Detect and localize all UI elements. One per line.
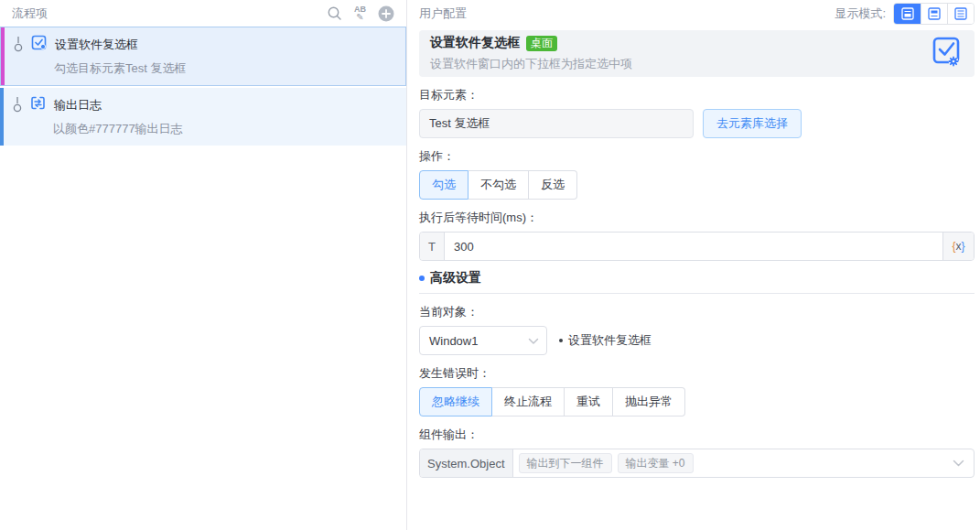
component-output-select[interactable]: System.Object 输出到下一组件 输出变量 +0 xyxy=(419,449,975,478)
component-output-label: 组件输出： xyxy=(419,427,975,443)
log-output-icon xyxy=(30,95,46,114)
current-object-value: Window1 xyxy=(429,334,528,348)
batch-rename-icon[interactable]: AB ✎ xyxy=(354,5,366,21)
flow-sidebar: 流程项 AB ✎ xyxy=(0,0,407,530)
flow-item-output-log[interactable]: 输出日志 以颜色#777777输出日志 xyxy=(0,88,406,146)
advanced-settings-toggle[interactable]: 高级设置 xyxy=(419,270,975,287)
advanced-divider xyxy=(419,293,975,294)
flow-item-title: 设置软件复选框 xyxy=(55,37,138,53)
flow-sidebar-header: 流程项 AB ✎ xyxy=(0,0,406,27)
chevron-down-icon xyxy=(953,460,964,468)
current-object-hint: 设置软件复选框 xyxy=(559,332,652,349)
flow-item-color-bar xyxy=(0,88,4,146)
flow-item-color-bar xyxy=(1,27,5,85)
checkbox-gear-icon xyxy=(930,35,963,73)
advanced-dot-icon xyxy=(419,276,425,281)
node-handle-icon[interactable] xyxy=(13,97,22,119)
current-object-label: 当前对象： xyxy=(419,304,975,320)
display-mode-list-button[interactable] xyxy=(947,4,974,24)
flow-item-subtitle: 勾选目标元素Test 复选框 xyxy=(54,60,186,77)
flow-item-subtitle: 以颜色#777777输出日志 xyxy=(53,121,183,137)
display-mode-medium-button[interactable] xyxy=(921,4,947,24)
wait-time-input[interactable]: 300 xyxy=(445,233,942,260)
flow-sidebar-actions: AB ✎ xyxy=(327,5,394,22)
rpa-editor-window: 流程项 AB ✎ xyxy=(0,0,980,530)
node-handle-icon[interactable] xyxy=(14,37,23,59)
flow-list-title: 流程项 xyxy=(12,5,327,22)
flow-item-body: 设置软件复选框 勾选目标元素Test 复选框 xyxy=(31,35,186,77)
add-node-button[interactable] xyxy=(378,5,394,22)
current-object-select[interactable]: Window1 xyxy=(419,326,547,355)
component-description: 设置软件窗口内的下拉框为指定选中项 xyxy=(430,56,930,72)
display-mode-group xyxy=(893,3,975,25)
flow-item-set-checkbox[interactable]: 设置软件复选框 勾选目标元素Test 复选框 xyxy=(0,27,406,86)
error-option-retry[interactable]: 重试 xyxy=(565,387,613,416)
action-segmented-control: 勾选 不勾选 反选 xyxy=(419,170,577,200)
wait-time-input-group: T 300 {x} xyxy=(419,232,975,261)
user-config-panel: 用户配置 显示模式: 设置软件复选框 桌面 设置 xyxy=(407,0,980,530)
target-element-label: 目标元素： xyxy=(419,87,975,103)
error-option-terminate[interactable]: 终止流程 xyxy=(492,387,565,416)
display-mode-detail-button[interactable] xyxy=(894,4,921,24)
error-option-ignore[interactable]: 忽略继续 xyxy=(419,387,492,416)
user-config-title: 用户配置 xyxy=(419,5,835,22)
user-config-header: 用户配置 显示模式: xyxy=(419,0,975,27)
flow-item-title: 输出日志 xyxy=(54,97,102,114)
action-option-check[interactable]: 勾选 xyxy=(419,170,468,200)
search-icon[interactable] xyxy=(327,5,342,21)
target-element-input[interactable]: Test 复选框 xyxy=(419,109,694,138)
component-info-box: 设置软件复选框 桌面 设置软件窗口内的下拉框为指定选中项 xyxy=(419,30,975,77)
on-error-label: 发生错误时： xyxy=(419,365,975,382)
action-option-toggle[interactable]: 反选 xyxy=(529,170,577,200)
fx-close: } xyxy=(962,240,965,253)
chevron-down-icon xyxy=(528,334,539,348)
error-segmented-control: 忽略继续 终止流程 重试 抛出异常 xyxy=(419,387,685,416)
desktop-badge: 桌面 xyxy=(526,36,557,51)
flow-item-body: 输出日志 以颜色#777777输出日志 xyxy=(30,95,183,137)
output-tag-variables: 输出变量 +0 xyxy=(618,453,694,473)
rename-icon-pencil: ✎ xyxy=(356,14,363,21)
variable-fx-button[interactable]: {x} xyxy=(942,233,974,260)
component-title: 设置软件复选框 xyxy=(430,35,520,51)
element-library-picker-button[interactable]: 去元素库选择 xyxy=(703,109,802,138)
action-label: 操作： xyxy=(419,148,975,165)
checkbox-check-icon xyxy=(31,35,47,54)
display-mode-label: 显示模式: xyxy=(835,5,886,22)
advanced-settings-label: 高级设置 xyxy=(430,270,481,287)
error-option-throw[interactable]: 抛出异常 xyxy=(613,387,685,416)
wait-time-label: 执行后等待时间(ms)： xyxy=(419,210,975,226)
action-option-uncheck[interactable]: 不勾选 xyxy=(468,170,529,200)
output-type-prefix: System.Object xyxy=(420,449,513,477)
text-type-prefix: T xyxy=(420,233,445,260)
output-tag-next: 输出到下一组件 xyxy=(519,453,612,473)
